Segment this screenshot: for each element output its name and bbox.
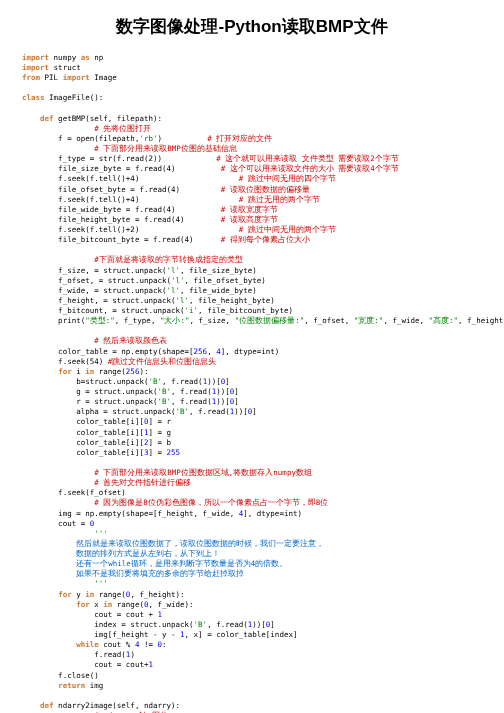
page-title: 数字图像处理-Python读取BMP文件	[22, 16, 482, 39]
code-block: import numpy as np import struct from PI…	[22, 53, 482, 713]
comment: # 先将位图打开	[58, 124, 151, 133]
